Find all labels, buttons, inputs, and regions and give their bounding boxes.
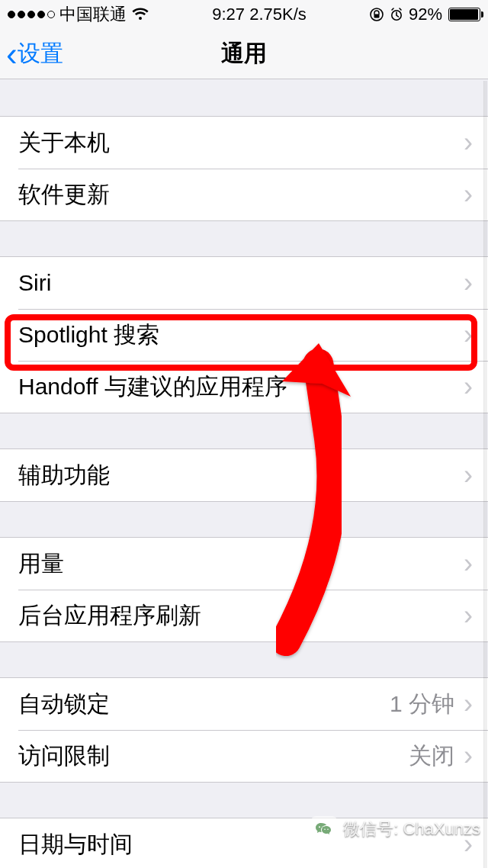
back-button[interactable]: ‹ 设置 — [6, 29, 63, 79]
group-spacer — [0, 221, 488, 256]
page-title: 通用 — [221, 38, 267, 69]
settings-group-siri: Siri › Spotlight 搜索 › Handoff 与建议的应用程序 › — [0, 256, 488, 413]
row-label: Spotlight 搜索 — [18, 320, 159, 351]
row-accessibility[interactable]: 辅助功能 › — [0, 449, 488, 501]
status-bar: 中国联通 9:27 2.75K/s 92% — [0, 0, 488, 29]
row-label: 访问限制 — [18, 741, 110, 772]
nav-bar: ‹ 设置 通用 — [0, 29, 488, 79]
battery-percentage: 92% — [409, 5, 442, 24]
battery-icon — [448, 8, 480, 21]
back-label: 设置 — [18, 38, 63, 69]
chevron-right-icon: › — [464, 181, 473, 208]
group-spacer — [0, 413, 488, 448]
row-label: 辅助功能 — [18, 460, 110, 491]
row-usage[interactable]: 用量 › — [0, 538, 488, 590]
row-label: 用量 — [18, 548, 64, 580]
settings-group-about: 关于本机 › 软件更新 › — [0, 116, 488, 221]
status-time: 9:27 — [212, 5, 245, 24]
settings-group-date: 日期与时间 › — [0, 818, 488, 868]
signal-strength-icon — [8, 11, 55, 18]
status-center: 9:27 2.75K/s — [212, 5, 307, 24]
row-date-time[interactable]: 日期与时间 › — [0, 818, 488, 868]
chevron-right-icon: › — [464, 602, 473, 629]
row-auto-lock[interactable]: 自动锁定 1 分钟 › — [0, 678, 488, 730]
row-label: 自动锁定 — [18, 689, 110, 720]
row-siri[interactable]: Siri › — [0, 257, 488, 309]
row-label: 关于本机 — [18, 127, 110, 159]
row-restrictions[interactable]: 访问限制 关闭 › — [0, 730, 488, 782]
row-value: 1 分钟 — [390, 689, 454, 720]
row-label: 软件更新 — [18, 179, 110, 211]
alarm-icon — [389, 7, 404, 22]
chevron-right-icon: › — [464, 373, 473, 400]
row-handoff[interactable]: Handoff 与建议的应用程序 › — [0, 361, 488, 413]
row-spotlight[interactable]: Spotlight 搜索 › — [0, 309, 488, 361]
status-left: 中国联通 — [8, 3, 149, 26]
chevron-right-icon: › — [464, 269, 473, 297]
status-right: 92% — [369, 5, 480, 24]
chevron-right-icon: › — [464, 550, 473, 577]
chevron-right-icon: › — [464, 461, 473, 489]
group-spacer — [0, 642, 488, 677]
chevron-right-icon: › — [464, 129, 473, 156]
chevron-left-icon: ‹ — [6, 37, 18, 71]
row-label: 后台应用程序刷新 — [18, 600, 201, 632]
svg-rect-1 — [374, 14, 379, 18]
settings-group-usage: 用量 › 后台应用程序刷新 › — [0, 537, 488, 642]
row-value: 关闭 — [409, 741, 454, 772]
chevron-right-icon: › — [464, 742, 473, 770]
chevron-right-icon: › — [464, 690, 473, 718]
settings-group-accessibility: 辅助功能 › — [0, 448, 488, 502]
group-spacer — [0, 783, 488, 818]
row-background-refresh[interactable]: 后台应用程序刷新 › — [0, 590, 488, 641]
chevron-right-icon: › — [464, 831, 473, 858]
status-speed: 2.75K/s — [249, 5, 307, 24]
row-label: Handoff 与建议的应用程序 — [18, 371, 287, 403]
row-about[interactable]: 关于本机 › — [0, 117, 488, 169]
carrier-label: 中国联通 — [59, 3, 127, 26]
settings-group-lock: 自动锁定 1 分钟 › 访问限制 关闭 › — [0, 677, 488, 783]
row-label: Siri — [18, 270, 51, 296]
chevron-right-icon: › — [464, 321, 473, 349]
group-spacer — [0, 502, 488, 537]
scrollbar[interactable] — [483, 81, 487, 868]
rotation-lock-icon — [369, 7, 384, 22]
row-software-update[interactable]: 软件更新 › — [0, 169, 488, 220]
wifi-icon — [131, 8, 149, 21]
row-label: 日期与时间 — [18, 829, 133, 860]
group-spacer — [0, 79, 488, 116]
